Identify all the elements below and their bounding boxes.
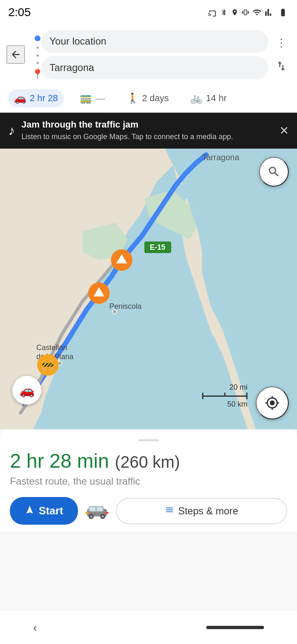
tab-transit[interactable]: 🚃 — [74, 89, 111, 107]
destination-input[interactable]: Tarragona [41, 56, 268, 79]
start-button-label: Start [39, 504, 63, 517]
locate-me-button[interactable] [256, 386, 289, 419]
battery-icon [277, 8, 289, 17]
music-banner-text: Jam through the traffic jam Listen to mu… [21, 119, 273, 142]
status-time: 2:05 [8, 6, 31, 19]
svg-text:Castellón: Castellón [36, 343, 67, 352]
map-area[interactable]: E-15 Tarragona Peniscola Castellón de la… [0, 149, 297, 429]
start-arrow-icon [25, 505, 35, 517]
walk-tab-label: 2 days [142, 93, 169, 104]
location-icon2 [231, 8, 238, 17]
vibrate-icon [242, 8, 249, 17]
music-note-icon: ♪ [8, 123, 15, 138]
cast-icon [208, 8, 217, 17]
status-bar: 2:05 [0, 0, 297, 25]
svg-rect-16 [97, 507, 103, 511]
bike-tab-icon: 🚲 [190, 92, 203, 104]
svg-rect-15 [90, 507, 96, 511]
system-back-button[interactable]: ‹ [33, 620, 37, 635]
bottom-nav: ‹ [0, 611, 297, 644]
route-panel: 2 hr 28 min (260 km) Fastest route, the … [0, 429, 297, 531]
origin-input[interactable]: Your location [41, 30, 268, 53]
status-icons [208, 8, 289, 17]
car-type-selector[interactable] [84, 498, 110, 524]
route-dot-2 [37, 54, 39, 57]
music-banner[interactable]: ♪ Jam through the traffic jam Listen to … [0, 113, 297, 149]
bluetooth-icon [220, 8, 228, 17]
route-actions: Start Steps & more [10, 497, 287, 525]
car-tab-icon: 🚗 [14, 92, 26, 104]
destination-pin: 📍 [31, 69, 44, 79]
route-dot-3 [37, 62, 39, 64]
drag-handle[interactable] [138, 439, 159, 441]
scale-label-miles: 20 mi [229, 383, 248, 392]
svg-text:Tarragona: Tarragona [202, 153, 240, 162]
svg-text:Peniscola: Peniscola [109, 302, 142, 310]
start-navigation-button[interactable]: Start [10, 497, 78, 525]
route-duration: 2 hr 28 min [10, 450, 109, 472]
route-summary: 2 hr 28 min (260 km) [10, 450, 287, 472]
route-header: 📍 Your location Tarragona ⋮ [0, 25, 297, 86]
signal-bars-icon [265, 8, 274, 17]
map-search-button[interactable] [259, 157, 289, 187]
svg-point-5 [113, 310, 117, 314]
more-options-button[interactable]: ⋮ [272, 34, 290, 52]
steps-more-button[interactable]: Steps & more [116, 498, 287, 524]
route-description: Fastest route, the usual traffic [10, 476, 287, 487]
svg-text:E-15: E-15 [150, 243, 165, 251]
tab-car[interactable]: 🚗 2 hr 28 [8, 89, 64, 107]
scale-label-km: 50 km [227, 400, 248, 409]
bike-tab-label: 14 hr [206, 93, 226, 104]
wifi-icon [252, 8, 262, 17]
transit-tab-label: — [95, 92, 105, 104]
svg-rect-22 [105, 512, 108, 514]
svg-point-20 [101, 515, 104, 518]
steps-lines-icon [165, 505, 174, 516]
svg-rect-21 [85, 512, 89, 514]
steps-button-label: Steps & more [178, 505, 238, 517]
route-dot-1 [37, 47, 39, 49]
svg-point-18 [90, 515, 92, 518]
music-banner-close[interactable]: ✕ [279, 124, 289, 137]
swap-routes-button[interactable] [275, 60, 288, 75]
walk-tab-icon: 🚶 [127, 92, 139, 104]
tab-walk[interactable]: 🚶 2 days [121, 89, 175, 107]
tab-bike[interactable]: 🚲 14 hr [184, 89, 232, 107]
car-tab-label: 2 hr 28 [30, 93, 58, 104]
back-button[interactable] [7, 45, 25, 64]
music-banner-subtitle: Listen to music on Google Maps. Tap to c… [21, 132, 273, 142]
home-pill-button[interactable] [206, 626, 264, 629]
map-construction-warning: 🚧 [37, 354, 59, 376]
transit-tab-icon: 🚃 [80, 92, 92, 104]
scale-indicator: 20 mi 50 km [202, 383, 248, 409]
map-car-indicator: 🚗 [12, 376, 41, 405]
route-distance: (260 km) [115, 453, 180, 471]
music-banner-title: Jam through the traffic jam [21, 119, 273, 130]
transport-tabs: 🚗 2 hr 28 🚃 — 🚶 2 days 🚲 14 hr [0, 86, 297, 113]
map-svg: E-15 Tarragona Peniscola Castellón de la… [0, 149, 297, 429]
origin-dot [35, 36, 40, 41]
